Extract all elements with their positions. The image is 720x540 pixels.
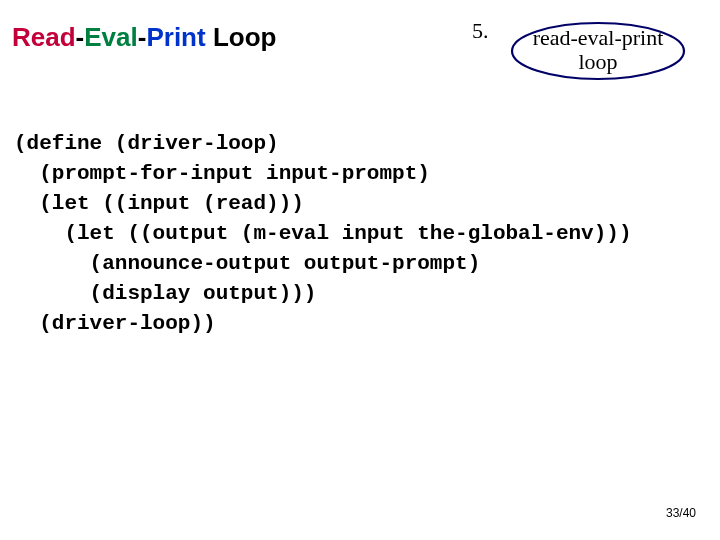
slide-title: Read-Eval-Print Loop — [12, 22, 276, 53]
header: Read-Eval-Print Loop 5. read-eval-print … — [0, 14, 720, 84]
title-word-print: Print — [146, 22, 205, 52]
title-word-eval: Eval — [84, 22, 138, 52]
oval-label: read-eval-print loop — [508, 26, 688, 74]
title-word-read: Read — [12, 22, 76, 52]
concept-oval: read-eval-print loop — [508, 20, 688, 82]
title-word-loop: Loop — [213, 22, 277, 52]
title-space — [206, 22, 213, 52]
code-block: (define (driver-loop) (prompt-for-input … — [14, 129, 632, 339]
step-number: 5. — [472, 18, 489, 44]
page-number: 33/40 — [666, 506, 696, 520]
title-dash-1: - — [76, 22, 85, 52]
oval-line-1: read-eval-print — [533, 25, 664, 50]
slide: Read-Eval-Print Loop 5. read-eval-print … — [0, 0, 720, 540]
oval-line-2: loop — [578, 49, 617, 74]
